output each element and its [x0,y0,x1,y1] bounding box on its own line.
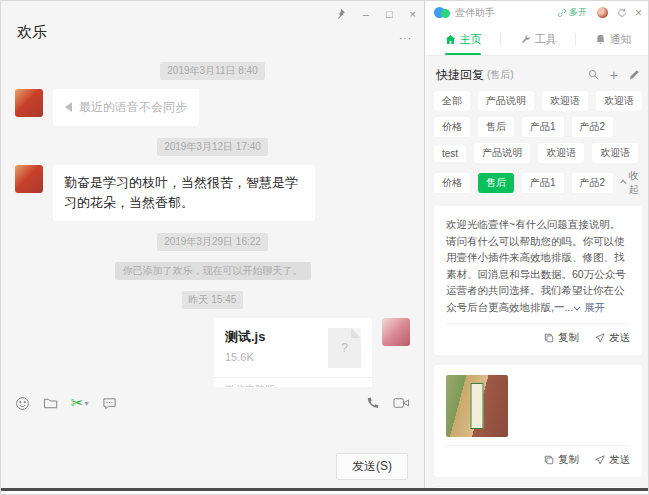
voice-message-text: 最近的语音不会同步 [79,98,187,117]
message-row-file: 测试.js 15.6K ? 微信电脑版 [1,318,424,387]
voice-message-bubble[interactable]: 最近的语音不会同步 [53,89,199,126]
file-message-card[interactable]: 测试.js 15.6K ? 微信电脑版 [214,318,372,387]
minimize-button[interactable]: – [363,9,369,20]
app-name: 壹伴助手 [455,6,495,20]
bell-icon [595,34,606,45]
video-call-icon[interactable] [393,396,410,410]
message-row-voice: 最近的语音不会同步 [1,89,424,126]
multi-open-button[interactable]: 多开 [557,6,587,19]
copy-button[interactable]: 复制 [544,331,579,345]
tag-product-desc[interactable]: 产品说明 [478,91,534,111]
chat-title: 欢乐 [17,23,47,42]
input-toolbar: ✂▾ [1,387,424,412]
home-icon [445,34,456,45]
self-avatar[interactable] [382,318,410,346]
reply-card-text: 欢迎光临壹伴~有什么问题直接说明。请问有什么可以帮助您的吗。你可以使用壹伴小插件… [434,206,642,355]
send-reply-button[interactable]: 发送 [595,331,630,345]
screenshot-bottom-border [1,488,648,491]
user-avatar[interactable] [597,7,608,18]
tag-price[interactable]: 价格 [434,173,470,193]
link-icon [557,8,567,18]
window-controls: – □ × [335,8,416,21]
file-source: 微信电脑版 [214,377,372,387]
collapse-tags-button[interactable]: 收起 [621,169,642,197]
chat-input-area: ✂▾ 发送(S) [1,387,424,488]
screenshot-scissors-icon[interactable]: ✂▾ [71,394,89,412]
friend-avatar[interactable] [15,89,43,117]
tag-product2[interactable]: 产品2 [572,173,614,193]
chat-message-list: 2019年3月11日 8:40 最近的语音不会同步 2019年3月12日 17:… [1,55,424,387]
chat-window: 欢乐 – □ × ··· 2019年3月11日 8:40 最近的语音不会同步 2 [1,1,425,488]
tag-welcome[interactable]: 欢迎语 [538,143,584,163]
copy-icon [544,455,554,465]
tab-tools[interactable]: 工具 [501,24,575,55]
maximize-button[interactable]: □ [386,9,393,20]
copy-button[interactable]: 复制 [544,453,579,467]
send-icon [595,333,605,343]
wrench-icon [520,34,531,45]
chevron-up-icon [621,179,627,185]
tag-price[interactable]: 价格 [434,117,470,137]
file-size: 15.6K [225,351,328,363]
panel-close-button[interactable]: × [635,7,642,19]
app-logo-icon [434,7,451,18]
assistant-panel: 壹伴助手 多开 × 主页 工具 [426,1,649,488]
quick-reply-section: 快捷回复 (售后) + 全部 产品说明 欢迎语 [426,57,649,488]
tag-all[interactable]: 全部 [434,91,470,111]
chat-menu-button[interactable]: ··· [399,33,412,44]
chat-history-icon[interactable] [102,396,117,411]
system-message: 你已添加了欢乐，现在可以开始聊天了。 [115,262,311,280]
edit-pencil-icon[interactable] [629,66,640,84]
tag-product1[interactable]: 产品1 [522,173,564,193]
timestamp: 昨天 15:45 [182,291,244,309]
voice-call-icon[interactable] [365,396,380,411]
panel-header: 壹伴助手 多开 × [426,1,649,24]
chevron-down-icon [574,303,581,310]
tag-aftersales[interactable]: 售后 [478,117,514,137]
tag-welcome[interactable]: 欢迎语 [596,91,642,111]
timestamp: 2019年3月29日 16:22 [157,233,268,251]
tag-welcome[interactable]: 欢迎语 [542,91,588,111]
quick-reply-title: 快捷回复 [436,67,484,84]
expand-link[interactable]: 展开 [576,301,605,313]
tag-product1[interactable]: 产品1 [522,117,564,137]
tab-home[interactable]: 主页 [426,24,500,55]
close-button[interactable]: × [410,9,416,20]
friend-avatar[interactable] [15,165,43,193]
reply-card-body: 欢迎光临壹伴~有什么问题直接说明。请问有什么可以帮助您的吗。你可以使用壹伴小插件… [446,218,626,313]
panel-tab-bar: 主页 工具 通知 [426,24,649,56]
tab-notifications[interactable]: 通知 [576,24,649,55]
tag-product-desc[interactable]: 产品说明 [474,143,530,163]
text-message-bubble: 勤奋是学习的枝叶，当然很苦，智慧是学习的花朵，当然香郁。 [53,165,315,221]
tag-product2[interactable]: 产品2 [572,117,614,137]
scissors-dropdown-caret[interactable]: ▾ [85,399,89,408]
voice-play-icon [65,102,72,112]
send-icon [595,455,605,465]
screenshot-frame: 欢乐 – □ × ··· 2019年3月11日 8:40 最近的语音不会同步 2 [0,0,649,495]
send-button[interactable]: 发送(S) [336,453,408,480]
file-name: 测试.js [225,328,328,346]
tag-test[interactable]: test [434,145,466,162]
file-folder-icon[interactable] [43,396,58,411]
tag-aftersales-active[interactable]: 售后 [478,173,514,193]
reply-card-image: 复制 发送 [434,365,642,477]
send-reply-button[interactable]: 发送 [595,453,630,467]
add-reply-icon[interactable]: + [610,68,618,82]
copy-icon [544,333,554,343]
message-row-text: 勤奋是学习的枝叶，当然很苦，智慧是学习的花朵，当然香郁。 [1,165,424,221]
quick-reply-scope: (售后) [487,68,514,82]
tag-welcome[interactable]: 欢迎语 [592,143,638,163]
quick-reply-header: 快捷回复 (售后) + [436,66,640,84]
emoji-icon[interactable] [15,396,30,411]
chat-header: 欢乐 – □ × ··· [1,1,424,55]
file-type-icon: ? [328,328,361,368]
search-icon[interactable] [588,66,599,84]
timestamp: 2019年3月12日 17:40 [157,138,268,156]
reply-image-thumbnail[interactable] [446,375,508,437]
tag-filter-grid: 全部 产品说明 欢迎语 欢迎语 价格 售后 产品1 产品2 test 产品说明 … [434,91,642,197]
pin-icon[interactable] [335,8,346,21]
timestamp: 2019年3月11日 8:40 [160,62,264,80]
refresh-icon[interactable] [617,8,627,18]
